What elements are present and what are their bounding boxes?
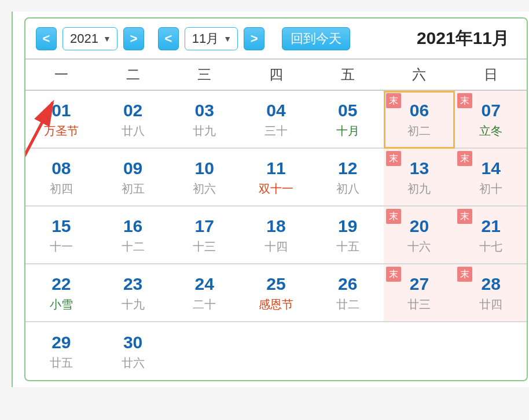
weekend-badge: 末 bbox=[457, 93, 472, 108]
weekday-sat: 六 bbox=[384, 60, 455, 90]
day-number: 23 bbox=[123, 274, 142, 294]
day-cell[interactable]: 末21十七 bbox=[455, 207, 527, 264]
day-subtitle: 廿六 bbox=[122, 355, 145, 371]
day-cell[interactable]: 末06初二 bbox=[384, 91, 455, 149]
day-subtitle: 廿三 bbox=[407, 297, 431, 312]
day-subtitle: 十二 bbox=[122, 239, 145, 255]
day-cell[interactable]: 10初六 bbox=[168, 149, 240, 207]
weekend-badge: 末 bbox=[457, 267, 472, 282]
day-number: 02 bbox=[123, 100, 142, 121]
day-cell[interactable]: 末27廿三 bbox=[384, 264, 455, 322]
day-cell-empty bbox=[168, 322, 240, 380]
day-cell[interactable]: 17十三 bbox=[168, 207, 240, 264]
day-subtitle: 廿八 bbox=[122, 123, 145, 139]
day-cell[interactable]: 18十四 bbox=[240, 207, 312, 264]
weekend-badge: 末 bbox=[386, 267, 401, 282]
day-subtitle: 感恩节 bbox=[259, 297, 293, 312]
day-cell[interactable]: 25感恩节 bbox=[240, 264, 312, 322]
weekend-badge: 末 bbox=[457, 209, 472, 224]
day-cell[interactable]: 19十五 bbox=[312, 207, 384, 264]
day-number: 10 bbox=[195, 158, 214, 179]
day-cell[interactable]: 03廿九 bbox=[168, 91, 240, 149]
day-cell[interactable]: 12初八 bbox=[312, 149, 384, 207]
month-select-value: 11月 bbox=[192, 30, 219, 47]
day-number: 25 bbox=[266, 274, 285, 294]
day-number: 11 bbox=[266, 158, 285, 179]
day-subtitle: 十七 bbox=[479, 239, 502, 255]
calendar-title: 2021年11月 bbox=[417, 27, 516, 50]
day-cell[interactable]: 22小雪 bbox=[25, 264, 97, 322]
day-number: 28 bbox=[481, 274, 500, 294]
day-cell-empty bbox=[455, 322, 527, 380]
day-cell[interactable]: 01万圣节 bbox=[25, 91, 97, 149]
next-month-button[interactable]: > bbox=[244, 27, 264, 50]
day-cell[interactable]: 16十二 bbox=[97, 207, 169, 264]
day-subtitle: 十四 bbox=[264, 239, 288, 255]
day-number: 27 bbox=[410, 274, 429, 294]
weekday-tue: 二 bbox=[97, 60, 169, 90]
calendar-box: < 2021 ▼ > < 11月 ▼ > 回到今天 2021年11月 一 二 三… bbox=[24, 17, 528, 381]
prev-month-button[interactable]: < bbox=[158, 27, 179, 50]
day-subtitle: 初十 bbox=[479, 181, 502, 197]
weekday-wed: 三 bbox=[168, 60, 240, 90]
day-subtitle: 初八 bbox=[336, 181, 359, 197]
day-number: 19 bbox=[338, 216, 357, 237]
day-number: 20 bbox=[410, 216, 429, 237]
year-select-value: 2021 bbox=[70, 31, 98, 46]
day-subtitle: 万圣节 bbox=[44, 123, 79, 139]
day-number: 22 bbox=[52, 274, 71, 294]
day-subtitle: 初二 bbox=[407, 123, 431, 139]
day-number: 13 bbox=[410, 158, 429, 179]
day-number: 29 bbox=[52, 332, 71, 353]
day-cell[interactable]: 08初四 bbox=[25, 149, 97, 207]
day-subtitle: 十三 bbox=[193, 239, 216, 255]
day-cell[interactable]: 11双十一 bbox=[240, 149, 312, 207]
day-number: 09 bbox=[123, 158, 142, 179]
day-cell[interactable]: 末07立冬 bbox=[455, 91, 527, 149]
day-subtitle: 十一 bbox=[50, 239, 73, 255]
year-select[interactable]: 2021 ▼ bbox=[63, 27, 117, 50]
day-number: 01 bbox=[52, 100, 71, 121]
today-button[interactable]: 回到今天 bbox=[282, 27, 350, 50]
weekend-badge: 末 bbox=[386, 151, 401, 166]
day-cell[interactable]: 09初五 bbox=[97, 149, 169, 207]
day-cell-empty bbox=[312, 322, 384, 380]
calendar-grid: 01万圣节02廿八03廿九04三十05十月末06初二末07立冬08初四09初五1… bbox=[25, 91, 527, 380]
day-subtitle: 二十 bbox=[193, 297, 216, 312]
day-number: 06 bbox=[410, 100, 429, 121]
day-subtitle: 廿四 bbox=[479, 297, 502, 312]
day-cell[interactable]: 04三十 bbox=[240, 91, 312, 149]
prev-year-button[interactable]: < bbox=[36, 27, 57, 50]
day-subtitle: 立冬 bbox=[479, 123, 502, 139]
month-select[interactable]: 11月 ▼ bbox=[185, 27, 238, 50]
day-cell-empty bbox=[240, 322, 312, 380]
day-number: 15 bbox=[52, 216, 71, 237]
weekday-thu: 四 bbox=[240, 60, 312, 90]
day-cell[interactable]: 15十一 bbox=[25, 207, 97, 264]
day-cell[interactable]: 末14初十 bbox=[455, 149, 527, 207]
day-cell[interactable]: 05十月 bbox=[312, 91, 384, 149]
day-cell[interactable]: 29廿五 bbox=[25, 322, 97, 380]
day-subtitle: 小雪 bbox=[50, 297, 73, 312]
next-year-button[interactable]: > bbox=[123, 27, 144, 50]
day-number: 18 bbox=[266, 216, 285, 237]
day-cell[interactable]: 30廿六 bbox=[97, 322, 169, 380]
calendar-container: < 2021 ▼ > < 11月 ▼ > 回到今天 2021年11月 一 二 三… bbox=[12, 12, 529, 387]
weekday-fri: 五 bbox=[312, 60, 384, 90]
day-subtitle: 十六 bbox=[407, 239, 431, 255]
day-cell[interactable]: 末13初九 bbox=[384, 149, 455, 207]
weekend-badge: 末 bbox=[386, 93, 401, 108]
day-cell[interactable]: 23十九 bbox=[97, 264, 169, 322]
day-number: 08 bbox=[52, 158, 71, 179]
day-number: 26 bbox=[338, 274, 357, 294]
chevron-down-icon: ▼ bbox=[103, 34, 111, 43]
day-cell[interactable]: 26廿二 bbox=[312, 264, 384, 322]
day-number: 17 bbox=[195, 216, 214, 237]
chevron-down-icon: ▼ bbox=[223, 34, 232, 43]
day-cell[interactable]: 24二十 bbox=[168, 264, 240, 322]
day-number: 21 bbox=[481, 216, 500, 237]
day-cell[interactable]: 末28廿四 bbox=[455, 264, 527, 322]
day-cell[interactable]: 02廿八 bbox=[97, 91, 169, 149]
day-cell[interactable]: 末20十六 bbox=[384, 207, 455, 264]
day-subtitle: 双十一 bbox=[259, 181, 293, 197]
